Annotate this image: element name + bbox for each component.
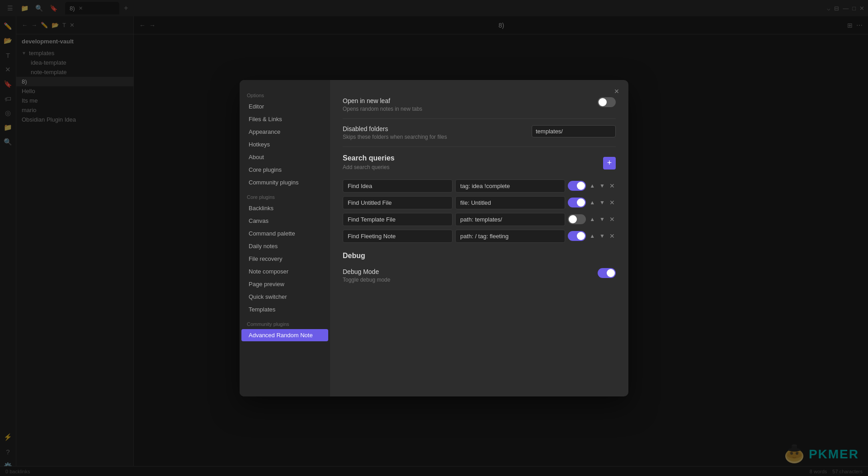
setting-debug-mode: Debug Mode Toggle debug mode	[343, 262, 616, 289]
settings-content: Open in new leaf Opens random notes in n…	[330, 80, 628, 396]
setting-disabled-folders-control	[532, 125, 616, 137]
settings-nav-advanced-random-note[interactable]: Advanced Random Note	[241, 329, 328, 341]
toggle-query-find-template[interactable]	[568, 214, 586, 224]
search-queries-header: Search queries Add search queries +	[343, 151, 616, 176]
toggle-query-find-fleeting[interactable]	[568, 231, 586, 241]
settings-nav-note-composer[interactable]: Note composer	[241, 265, 328, 278]
query-name-find-idea[interactable]	[343, 179, 453, 193]
setting-open-in-new-leaf-info: Open in new leaf Opens random notes in n…	[343, 97, 590, 112]
query-down-find-idea[interactable]: ▼	[599, 182, 606, 190]
settings-nav-templates[interactable]: Templates	[241, 303, 328, 316]
toggle-query-find-untitled[interactable]	[568, 198, 586, 207]
toggle-open-in-new-leaf[interactable]	[598, 97, 616, 107]
settings-nav-files-links[interactable]: Files & Links	[241, 113, 328, 125]
setting-debug-mode-name: Debug Mode	[343, 268, 590, 275]
query-down-find-template[interactable]: ▼	[599, 215, 606, 223]
query-value-find-untitled[interactable]	[455, 196, 565, 209]
debug-section: Debug Debug Mode Toggle debug mode	[343, 252, 616, 289]
settings-close-button[interactable]: ×	[611, 86, 622, 97]
community-plugins-section-label: Community plugins	[240, 316, 330, 329]
query-up-find-idea[interactable]: ▲	[589, 182, 596, 190]
setting-open-in-new-leaf-desc: Opens random notes in new tabs	[343, 106, 590, 112]
toggle-debug-mode[interactable]	[598, 268, 616, 278]
query-row-find-fleeting: ▲ ▼ ✕	[343, 230, 616, 243]
options-section-label: Options	[240, 87, 330, 100]
query-up-find-fleeting[interactable]: ▲	[589, 232, 596, 240]
query-value-find-idea[interactable]	[455, 179, 565, 193]
query-down-find-fleeting[interactable]: ▼	[599, 232, 606, 240]
query-row-find-untitled: ▲ ▼ ✕	[343, 196, 616, 209]
setting-open-in-new-leaf-name: Open in new leaf	[343, 97, 590, 104]
modal-overlay[interactable]: Options Editor Files & Links Appearance …	[0, 0, 868, 476]
settings-nav-core-plugins[interactable]: Core plugins	[241, 164, 328, 176]
query-name-find-untitled[interactable]	[343, 196, 453, 209]
search-queries-sub: Add search queries	[343, 164, 395, 170]
settings-modal: Options Editor Files & Links Appearance …	[240, 80, 628, 396]
toggle-query-find-idea[interactable]	[568, 181, 586, 191]
settings-nav-editor[interactable]: Editor	[241, 100, 328, 113]
settings-nav-appearance[interactable]: Appearance	[241, 126, 328, 138]
setting-disabled-folders: Disabled folders Skips these folders whe…	[343, 119, 616, 147]
query-row-find-idea: ▲ ▼ ✕	[343, 179, 616, 193]
setting-disabled-folders-desc: Skips these folders when searching for f…	[343, 134, 524, 140]
settings-nav-about[interactable]: About	[241, 151, 328, 163]
search-queries-section: Search queries Add search queries + ▲ ▼ …	[343, 151, 616, 243]
setting-open-in-new-leaf: Open in new leaf Opens random notes in n…	[343, 91, 616, 119]
setting-open-in-new-leaf-control	[598, 97, 616, 107]
settings-nav-command-palette[interactable]: Command palette	[241, 227, 328, 240]
add-query-button[interactable]: +	[603, 157, 616, 170]
query-value-find-template[interactable]	[455, 213, 565, 226]
query-row-find-template: ▲ ▼ ✕	[343, 213, 616, 226]
settings-nav: Options Editor Files & Links Appearance …	[240, 80, 330, 396]
query-delete-find-untitled[interactable]: ✕	[609, 198, 616, 207]
core-plugins-section-label: Core plugins	[240, 189, 330, 202]
search-queries-title-group: Search queries Add search queries	[343, 151, 395, 176]
query-value-find-fleeting[interactable]	[455, 230, 565, 243]
settings-nav-canvas[interactable]: Canvas	[241, 215, 328, 227]
disabled-folders-input[interactable]	[532, 125, 616, 137]
setting-debug-mode-info: Debug Mode Toggle debug mode	[343, 268, 590, 283]
query-name-find-fleeting[interactable]	[343, 230, 453, 243]
settings-nav-quick-switcher[interactable]: Quick switcher	[241, 291, 328, 303]
settings-nav-page-preview[interactable]: Page preview	[241, 278, 328, 290]
settings-nav-file-recovery[interactable]: File recovery	[241, 253, 328, 265]
settings-nav-community-plugins[interactable]: Community plugins	[241, 176, 328, 189]
query-up-find-template[interactable]: ▲	[589, 215, 596, 223]
search-queries-header-label: Search queries	[343, 154, 395, 162]
query-delete-find-fleeting[interactable]: ✕	[609, 231, 616, 240]
query-name-find-template[interactable]	[343, 213, 453, 226]
setting-disabled-folders-name: Disabled folders	[343, 125, 524, 132]
setting-debug-mode-control	[598, 268, 616, 278]
query-down-find-untitled[interactable]: ▼	[599, 198, 606, 207]
setting-debug-mode-desc: Toggle debug mode	[343, 277, 590, 283]
query-delete-find-idea[interactable]: ✕	[609, 181, 616, 190]
setting-disabled-folders-info: Disabled folders Skips these folders whe…	[343, 125, 524, 140]
query-up-find-untitled[interactable]: ▲	[589, 198, 596, 207]
settings-nav-daily-notes[interactable]: Daily notes	[241, 240, 328, 252]
settings-nav-backlinks[interactable]: Backlinks	[241, 202, 328, 214]
settings-nav-hotkeys[interactable]: Hotkeys	[241, 138, 328, 151]
debug-header: Debug	[343, 252, 616, 260]
query-delete-find-template[interactable]: ✕	[609, 215, 616, 224]
